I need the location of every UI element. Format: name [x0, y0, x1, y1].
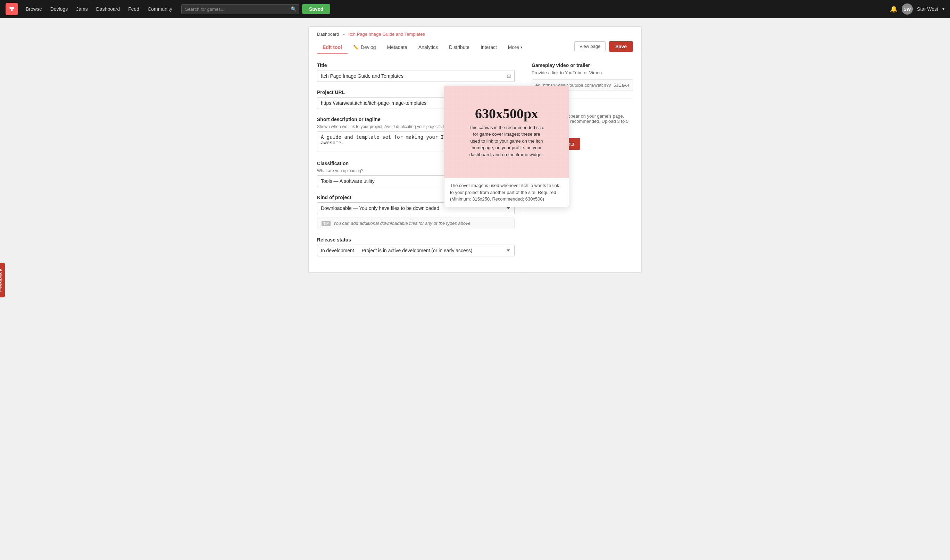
navbar-dashboard[interactable]: Dashboard [93, 4, 123, 14]
cover-popup-text: 630x500px This canvas is the recommended… [469, 106, 545, 158]
view-page-button[interactable]: View page [574, 41, 606, 51]
notifications-icon[interactable]: 🔔 [890, 5, 898, 13]
tab-actions: View page Save [574, 41, 633, 54]
tip-box: TIP You can add additional downloadable … [317, 217, 515, 229]
username-label[interactable]: Star West [917, 6, 938, 12]
tab-edit-tool[interactable]: Edit tool [317, 41, 348, 54]
navbar-feed[interactable]: Feed [125, 4, 143, 14]
tab-metadata[interactable]: Metadata [382, 41, 413, 54]
navbar-community[interactable]: Community [144, 4, 176, 14]
tab-analytics[interactable]: Analytics [413, 41, 443, 54]
avatar[interactable]: SW [902, 3, 913, 15]
title-expand-icon: ⊞ [507, 73, 511, 79]
breadcrumb-current: Itch Page Image Guide and Templates [348, 32, 425, 37]
cover-popup-desc: This canvas is the recommended size for … [469, 124, 545, 158]
release-select[interactable]: In development — Project is in active de… [317, 245, 515, 256]
saved-badge: Saved [302, 4, 330, 14]
feedback-tab[interactable]: Feedback [0, 263, 5, 281]
tab-more[interactable]: More ▾ [503, 41, 528, 54]
tab-bar: Edit tool ✏️ Devlog Metadata Analytics D… [309, 41, 641, 54]
title-input-wrap: ⊞ [317, 70, 515, 82]
breadcrumb-separator: » [342, 32, 345, 37]
tip-badge: TIP [322, 221, 330, 226]
video-title: Gameplay video or trailer [532, 63, 633, 68]
navbar-links: Browse Devlogs Jams Dashboard Feed Commu… [22, 4, 176, 14]
save-button[interactable]: Save [609, 41, 633, 52]
tab-devlog[interactable]: ✏️ Devlog [348, 41, 382, 54]
cover-image-popup: 630x500px This canvas is the recommended… [444, 86, 569, 207]
cover-popup-image: 630x500px This canvas is the recommended… [444, 86, 569, 178]
svg-rect-1 [11, 9, 13, 11]
release-label: Release status [317, 237, 515, 243]
breadcrumb: Dashboard » Itch Page Image Guide and Te… [309, 27, 641, 37]
user-menu-chevron-icon[interactable]: ▾ [942, 6, 944, 11]
navbar-jams[interactable]: Jams [72, 4, 91, 14]
tab-interact[interactable]: Interact [475, 41, 503, 54]
site-logo[interactable] [6, 3, 18, 15]
more-chevron-icon: ▾ [520, 45, 523, 49]
title-label: Title [317, 63, 515, 68]
breadcrumb-dashboard[interactable]: Dashboard [317, 32, 339, 37]
page-wrapper: Dashboard » Itch Page Image Guide and Te… [308, 26, 642, 273]
navbar: Browse Devlogs Jams Dashboard Feed Commu… [0, 0, 950, 18]
navbar-search-wrap: 🔍 [181, 4, 299, 14]
release-field-group: Release status In development — Project … [317, 237, 515, 256]
tab-distribute[interactable]: Distribute [443, 41, 475, 54]
title-input[interactable] [317, 70, 515, 82]
search-input[interactable] [181, 4, 299, 14]
navbar-browse[interactable]: Browse [22, 4, 45, 14]
search-icon: 🔍 [291, 6, 296, 12]
tip-text: You can add additional downloadable file… [333, 221, 470, 226]
cover-popup-caption: The cover image is used whenever itch.io… [444, 178, 569, 207]
navbar-devlogs[interactable]: Devlogs [47, 4, 71, 14]
video-sub: Provide a link to YouTube or Vimeo. [532, 70, 633, 75]
navbar-right: 🔔 SW Star West ▾ [890, 3, 944, 15]
title-field-group: Title ⊞ [317, 63, 515, 82]
cover-popup-size: 630x500px [469, 106, 545, 122]
edit-icon: ✏️ [353, 45, 359, 50]
